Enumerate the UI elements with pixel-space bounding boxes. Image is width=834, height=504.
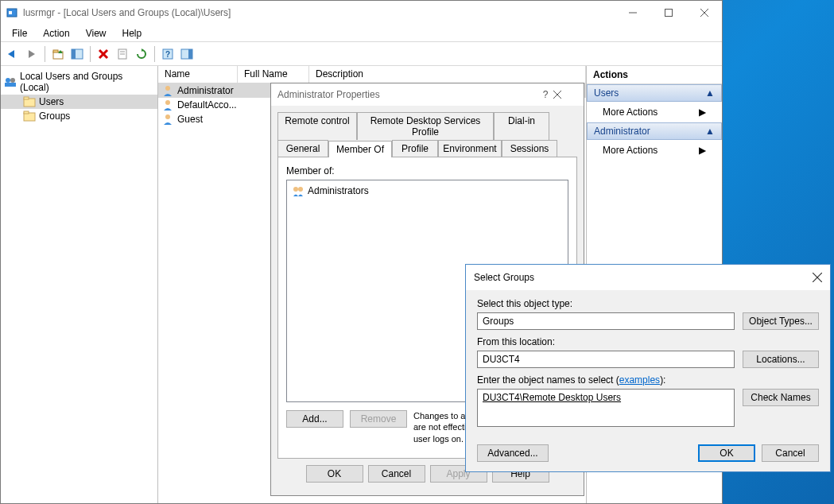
object-type-value: Groups	[483, 316, 514, 327]
svg-rect-3	[665, 10, 672, 17]
add-button[interactable]: Add...	[286, 410, 343, 428]
svg-point-36	[298, 187, 303, 192]
refresh-button[interactable]	[133, 45, 150, 63]
up-button[interactable]	[49, 45, 67, 63]
tree-users-label: Users	[39, 96, 64, 107]
actions-section-admin-label: Administrator	[594, 126, 650, 137]
select-dialog-footer: Advanced... OK Cancel	[466, 438, 830, 471]
svg-rect-29	[24, 111, 29, 114]
tab-environment[interactable]: Environment	[438, 140, 502, 157]
toolbar-separator	[45, 46, 45, 62]
collapse-icon: ▲	[705, 87, 715, 99]
tree-users-node[interactable]: Users	[1, 95, 157, 109]
member-item-label: Administrators	[308, 185, 369, 196]
tab-remote-control[interactable]: Remote control	[277, 112, 357, 140]
toolbar-separator-3	[154, 46, 155, 62]
back-button[interactable]	[4, 45, 21, 63]
select-dialog-close-button[interactable]	[813, 273, 822, 282]
actions-section-users-label: Users	[594, 87, 619, 99]
dialog-help-button[interactable]: ?	[537, 89, 553, 100]
svg-point-31	[165, 100, 170, 105]
svg-point-30	[165, 86, 170, 91]
actions-title: Actions	[587, 66, 722, 84]
col-fullname[interactable]: Full Name	[238, 66, 309, 83]
row-name: DefaultAcco...	[177, 99, 237, 110]
col-desc[interactable]: Description	[309, 66, 586, 83]
toolbar-separator-2	[90, 46, 91, 62]
svg-rect-27	[24, 97, 29, 99]
tab-profile[interactable]: Profile	[392, 140, 438, 157]
show-hide-tree-button[interactable]	[68, 45, 86, 63]
object-types-button[interactable]: Object Types...	[743, 312, 819, 330]
tree-groups-node[interactable]: Groups	[1, 109, 157, 123]
actions-more-users[interactable]: More Actions ▶	[587, 102, 722, 122]
chevron-right-icon: ▶	[699, 107, 706, 118]
users-groups-icon	[4, 76, 17, 88]
dialog-close-button[interactable]	[553, 91, 577, 99]
svg-rect-22	[188, 49, 192, 59]
svg-rect-25	[5, 83, 16, 87]
object-type-label: Select this object type:	[477, 298, 819, 309]
titlebar: lusrmgr - [Local Users and Groups (Local…	[1, 1, 722, 25]
tab-dialin[interactable]: Dial-in	[494, 112, 549, 140]
names-label-a: Enter the object names to select (	[477, 374, 619, 386]
select-ok-button[interactable]: OK	[698, 444, 755, 462]
select-dialog-titlebar: Select Groups	[466, 265, 830, 290]
collapse-icon: ▲	[705, 126, 715, 137]
location-field[interactable]: DU3CT4	[477, 351, 735, 368]
tree-root-label: Local Users and Groups (Local)	[20, 71, 154, 93]
minimize-button[interactable]	[615, 1, 650, 25]
more-actions-label: More Actions	[603, 145, 658, 156]
tab-sessions[interactable]: Sessions	[502, 140, 557, 157]
col-name[interactable]: Name	[158, 66, 238, 83]
tab-member-of[interactable]: Member Of	[328, 141, 392, 157]
object-names-label: Enter the object names to select (exampl…	[477, 374, 819, 386]
select-dialog-title: Select Groups	[474, 272, 813, 283]
actions-more-admin[interactable]: More Actions ▶	[587, 140, 722, 161]
tab-rds-profile[interactable]: Remote Desktop Services Profile	[357, 112, 494, 140]
advanced-button[interactable]: Advanced...	[477, 444, 549, 462]
close-button[interactable]	[686, 1, 722, 25]
svg-rect-12	[72, 49, 76, 59]
locations-button[interactable]: Locations...	[743, 351, 819, 368]
tree-root-node[interactable]: Local Users and Groups (Local)	[1, 69, 157, 95]
object-type-field[interactable]: Groups	[477, 312, 735, 330]
svg-text:?: ?	[165, 50, 170, 59]
tab-general[interactable]: General	[277, 140, 328, 157]
svg-marker-7	[29, 50, 35, 58]
maximize-button[interactable]	[650, 1, 686, 25]
window-title: lusrmgr - [Local Users and Groups (Local…	[23, 7, 615, 18]
actions-section-users[interactable]: Users ▲	[587, 84, 722, 102]
check-names-button[interactable]: Check Names	[743, 389, 819, 406]
menu-view[interactable]: View	[78, 26, 114, 41]
svg-rect-9	[53, 50, 58, 52]
remove-button[interactable]: Remove	[350, 410, 407, 428]
window-controls	[615, 1, 722, 25]
tree-pane[interactable]: Local Users and Groups (Local) Users Gro…	[1, 66, 158, 503]
svg-point-23	[6, 78, 10, 83]
delete-button[interactable]	[95, 45, 112, 63]
cancel-button[interactable]: Cancel	[368, 465, 425, 483]
location-label: From this location:	[477, 336, 819, 347]
properties-button[interactable]	[114, 45, 131, 63]
list-header: Name Full Name Description	[158, 66, 586, 83]
menu-help[interactable]: Help	[114, 26, 150, 41]
menu-file[interactable]: File	[4, 26, 35, 41]
examples-link[interactable]: examples	[619, 374, 660, 386]
dialog-titlebar: Administrator Properties ?	[271, 83, 584, 106]
object-names-input[interactable]: DU3CT4\Remote Desktop Users	[477, 389, 735, 427]
select-cancel-button[interactable]: Cancel	[762, 444, 819, 462]
svg-marker-6	[8, 50, 14, 58]
member-item-administrators[interactable]: Administrators	[290, 184, 564, 198]
help-button[interactable]: ?	[159, 45, 176, 63]
actions-section-admin[interactable]: Administrator ▲	[587, 122, 722, 140]
member-of-label: Member of:	[286, 165, 568, 176]
forward-button[interactable]	[23, 45, 41, 63]
svg-point-32	[165, 114, 170, 119]
ok-button[interactable]: OK	[306, 465, 363, 483]
show-hide-action-pane-button[interactable]	[178, 45, 196, 63]
folder-icon	[23, 96, 36, 107]
menu-action[interactable]: Action	[35, 26, 77, 41]
tree-groups-label: Groups	[39, 110, 70, 122]
location-value: DU3CT4	[483, 354, 520, 365]
